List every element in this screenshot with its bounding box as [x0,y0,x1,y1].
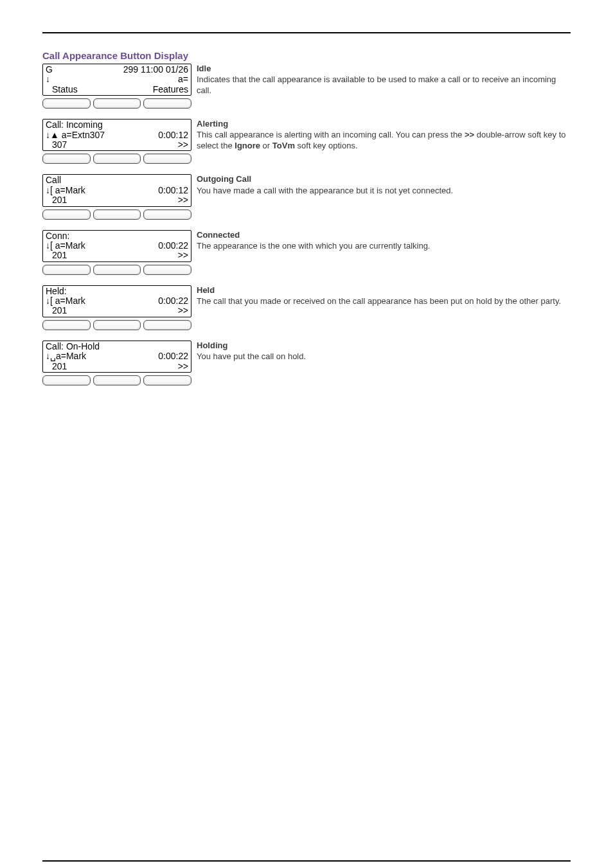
line1-left: Held: [46,287,67,296]
line3-right: >> [178,362,188,371]
softkey-2[interactable] [93,98,141,109]
line2-right: 0:00:22 [158,241,188,251]
softkey-3[interactable] [143,209,191,220]
softkey-1[interactable] [42,154,91,164]
softkey-label-right: Features [153,85,188,94]
softkey-1[interactable] [42,320,91,330]
softkey-2[interactable] [93,375,141,385]
content-area: Call Appearance Button Display G299 11:0… [0,33,613,385]
line1-left: Conn: [46,231,69,241]
softkey-2[interactable] [93,154,141,164]
line2-left: ↓ [46,75,50,84]
state-text: You have made a call with the appearance… [197,186,453,195]
softkey-label-left: Status [46,85,78,94]
state-title: Outgoing Call [197,174,571,184]
state-desc-held: Held The call that you made or received … [191,285,571,307]
state-text: The call that you made or received on th… [197,296,561,306]
softkey-2[interactable] [93,209,141,220]
line2-right: 0:00:22 [158,296,188,306]
state-text: Indicates that the call appearance is av… [197,75,556,94]
state-title: Holding [197,341,571,351]
state-title: Connected [197,230,571,240]
state-text: The appearance is the one with which you… [197,241,430,251]
state-row-connected: Conn: ↓[ a=Mark0:00:22 201>> Connected T… [42,230,571,275]
state-desc-outgoing: Outgoing Call You have made a call with … [191,174,571,196]
line2-right: 0:00:12 [158,186,188,195]
state-row-held: Held: ↓[ a=Mark0:00:22 201>> Held The ca… [42,285,571,330]
softkey-3[interactable] [143,98,191,109]
section-title: Call Appearance Button Display [42,50,571,61]
line2-left: ↓[ a=Mark [46,296,85,306]
line3-left: 201 [46,195,67,205]
softkey-3[interactable] [143,265,191,275]
softkey-2[interactable] [93,320,141,330]
state-title: Alerting [197,119,571,129]
state-text-4: or [260,141,272,150]
phone-display-connected: Conn: ↓[ a=Mark0:00:22 201>> [42,230,191,275]
line2-right: a= [178,75,188,84]
line2-left: ↓[ a=Mark [46,241,85,251]
state-desc-holding: Holding You have put the call on hold. [191,341,571,362]
line1-left: Call: Incoming [46,120,103,130]
line2-right: 0:00:22 [158,351,188,361]
softkey-3[interactable] [143,154,191,164]
softkey-3[interactable] [143,320,191,330]
line2-right: 0:00:12 [158,130,188,140]
softkey-3[interactable] [143,375,191,385]
footer-rule [42,860,571,862]
line3-right: >> [178,251,188,260]
state-text-6: soft key options. [295,141,358,150]
state-text-0: This call appearance is alerting with an… [197,130,465,139]
line3-left: 201 [46,251,67,260]
state-desc-connected: Connected The appearance is the one with… [191,230,571,252]
state-row-alerting: Call: Incoming ↓▲ a=Extn3070:00:12 307>>… [42,119,571,164]
state-title: Idle [197,64,571,74]
line3-right: >> [178,195,188,205]
line3-left: 307 [46,140,67,150]
state-row-idle: G299 11:00 01/26 ↓a= StatusFeatures Idle… [42,64,571,109]
state-desc-idle: Idle Indicates that the call appearance … [191,64,571,96]
state-desc-alerting: Alerting This call appearance is alertin… [191,119,571,151]
line1-left: Call [46,175,61,185]
state-title: Held [197,285,571,296]
state-row-holding: Call: On-Hold ↓␣a=Mark0:00:22 201>> Hold… [42,341,571,385]
line1-right: 299 11:00 01/26 [123,65,188,75]
state-row-outgoing: Call ↓[ a=Mark0:00:12 201>> Outgoing Cal… [42,174,571,219]
line3-right: >> [178,306,188,315]
softkey-2[interactable] [93,265,141,275]
state-text-3: Ignore [235,141,260,150]
line3-right: >> [178,140,188,150]
phone-display-held: Held: ↓[ a=Mark0:00:22 201>> [42,285,191,330]
softkey-1[interactable] [42,265,91,275]
line1-left: Call: On-Hold [46,342,100,351]
line3-left: 201 [46,306,67,315]
phone-display-alerting: Call: Incoming ↓▲ a=Extn3070:00:12 307>> [42,119,191,164]
softkey-1[interactable] [42,98,91,109]
phone-display-holding: Call: On-Hold ↓␣a=Mark0:00:22 201>> [42,341,191,385]
phone-display-outgoing: Call ↓[ a=Mark0:00:12 201>> [42,174,191,219]
line2-left: ↓▲ a=Extn307 [46,130,105,140]
line2-left: ↓␣a=Mark [46,351,86,361]
softkey-1[interactable] [42,375,91,385]
phone-display-idle: G299 11:00 01/26 ↓a= StatusFeatures [42,64,191,109]
line3-left: 201 [46,362,67,371]
state-text-5: ToVm [272,141,295,150]
state-text-1: >> [465,130,474,139]
state-text: You have put the call on hold. [197,351,306,361]
line2-left: ↓[ a=Mark [46,186,85,195]
softkey-1[interactable] [42,209,91,220]
line1-left: G [46,65,53,75]
